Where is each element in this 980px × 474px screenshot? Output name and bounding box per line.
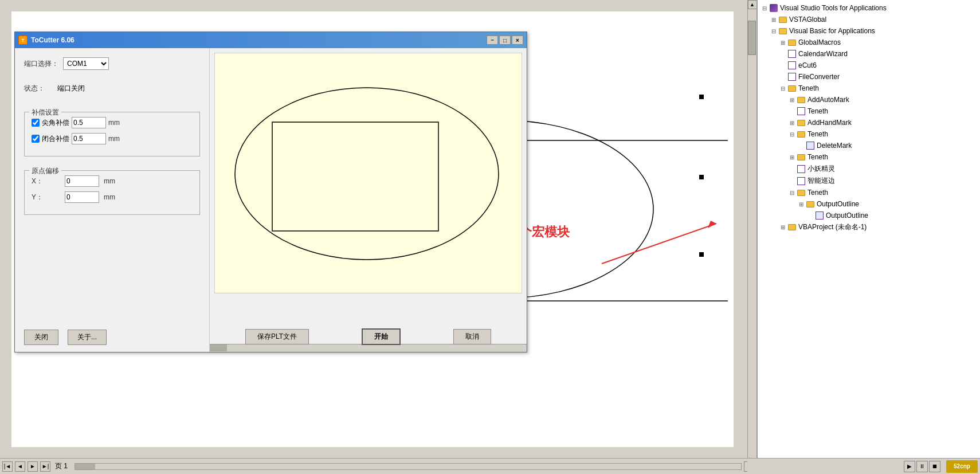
- expand-outputoutline-folder[interactable]: ⊞: [797, 201, 806, 207]
- preview-svg: [215, 53, 522, 293]
- tree-item-teneth-m2[interactable]: ⊞ Teneth: [758, 151, 980, 163]
- handle-mr[interactable]: [699, 175, 704, 179]
- label-calendarwizard: CalendarWizard: [798, 50, 848, 58]
- expand-deletemark: [797, 143, 806, 149]
- watermark: 52cnp: [946, 460, 978, 473]
- tree-item-xiaoyaojingling[interactable]: 小妖精灵: [758, 163, 980, 175]
- tree-item-calendarwizard[interactable]: CalendarWizard: [758, 48, 980, 60]
- label-teneth-m2: Teneth: [807, 153, 828, 161]
- dialog-titlebar: T ToCutter 6.06 － □ ×: [15, 32, 527, 48]
- origin-title: 原点偏移: [29, 166, 61, 176]
- scroll-thumb: [748, 21, 756, 55]
- tree-item-ecut6[interactable]: eCut6: [758, 60, 980, 71]
- status-row: 状态： 端口关闭: [24, 84, 200, 93]
- tree-item-teneth-module1[interactable]: Teneth: [758, 105, 980, 117]
- sharp-corner-row: 尖角补偿 mm: [32, 117, 193, 128]
- close-win-btn[interactable]: ×: [512, 36, 523, 45]
- expand-addhandmark[interactable]: ⊞: [787, 120, 797, 126]
- tree-item-outputoutline-sub[interactable]: OutputOutline: [758, 210, 980, 221]
- tree-item-outputoutline-folder[interactable]: ⊞ OutputOutline: [758, 198, 980, 210]
- tree-item-teneth-output-parent[interactable]: ⊟ Teneth: [758, 187, 980, 198]
- icon-teneth-m1: [797, 107, 806, 116]
- handle-tr[interactable]: [699, 95, 704, 99]
- x-row: X： mm: [32, 175, 193, 187]
- annotation-arrow: [602, 212, 745, 269]
- sharp-corner-checkbox[interactable]: [32, 119, 40, 127]
- x-input[interactable]: [65, 175, 99, 187]
- tree-item-vstaglobal[interactable]: ⊞ VSTAGlobal: [758, 14, 980, 25]
- tree-item-deletemark[interactable]: DeleteMark: [758, 140, 980, 151]
- pause-btn[interactable]: ⏸: [916, 461, 928, 472]
- minimize-btn[interactable]: －: [487, 36, 498, 45]
- tree-item-teneth-deletemark-parent[interactable]: ⊟ Teneth: [758, 128, 980, 140]
- start-btn[interactable]: 开始: [362, 328, 401, 345]
- tree-item-addautomark[interactable]: ⊞ AddAutoMark: [758, 94, 980, 105]
- label-ecut6: eCut6: [798, 61, 817, 69]
- cancel-btn[interactable]: 取消: [453, 329, 491, 344]
- expand-zhineng: [787, 178, 797, 184]
- expand-vbaproject[interactable]: ⊞: [778, 224, 787, 230]
- label-addautomark: AddAutoMark: [807, 96, 849, 104]
- horizontal-scrollbar[interactable]: [75, 463, 742, 470]
- about-btn[interactable]: 关于...: [68, 330, 107, 345]
- close-comp-input[interactable]: [72, 133, 106, 144]
- port-select[interactable]: COM1: [63, 57, 109, 70]
- status-bar: |◄ ◄ ► ►| 页 1 ►: [0, 458, 756, 474]
- tree-item-zhineng[interactable]: 智能巡边: [758, 175, 980, 187]
- expand-vba[interactable]: ⊟: [769, 28, 778, 34]
- tree-item-fileconverter[interactable]: FileConverter: [758, 71, 980, 83]
- icon-vba: [778, 26, 787, 36]
- nav-next-btn[interactable]: ►: [28, 461, 38, 472]
- expand-teneth-folder[interactable]: ⊟: [778, 85, 787, 92]
- nav-prev-btn[interactable]: ◄: [15, 461, 25, 472]
- tree-view: ⊟ Visual Studio Tools for Applications ⊞…: [758, 0, 980, 236]
- expand-ecut6: [778, 62, 787, 69]
- label-outputoutline-folder: OutputOutline: [817, 200, 859, 208]
- expand-calendarwizard: [778, 51, 787, 57]
- scroll-up-btn[interactable]: ▲: [748, 0, 757, 9]
- expand-vsta[interactable]: ⊟: [760, 5, 769, 11]
- close-btn[interactable]: 关闭: [24, 330, 58, 345]
- label-teneth-m1: Teneth: [807, 107, 828, 115]
- bottom-toolbar: ▶ ⏸ ⏹ 52cnp: [747, 458, 980, 474]
- y-label: Y：: [32, 193, 60, 202]
- label-outputoutline-sub: OutputOutline: [826, 211, 868, 220]
- tree-item-vba[interactable]: ⊟ Visual Basic for Applications: [758, 25, 980, 37]
- tree-item-vsta[interactable]: ⊟ Visual Studio Tools for Applications: [758, 2, 980, 14]
- icon-zhineng: [797, 177, 806, 186]
- icon-deletemark: [806, 141, 815, 150]
- expand-teneth-m2[interactable]: ⊞: [787, 154, 797, 160]
- compensation-title: 补偿设置: [29, 108, 61, 117]
- tree-item-globalmacros[interactable]: ⊞ GlobalMacros: [758, 37, 980, 48]
- port-row: 端口选择： COM1: [24, 57, 200, 70]
- dialog-window: T ToCutter 6.06 － □ × 端口选择： COM1 状态： 端口关…: [14, 32, 527, 352]
- y-input[interactable]: [65, 191, 99, 203]
- right-scrollbar[interactable]: ▲ ▼: [747, 0, 756, 474]
- maximize-btn[interactable]: □: [499, 36, 511, 45]
- icon-ecut6: [787, 61, 797, 70]
- preview-scrollbar[interactable]: [210, 344, 527, 352]
- tree-item-teneth-folder[interactable]: ⊟ Teneth: [758, 83, 980, 94]
- icon-calendarwizard: [787, 49, 797, 58]
- sharp-corner-unit: mm: [108, 119, 120, 127]
- nav-end-btn[interactable]: ►|: [40, 461, 50, 472]
- tree-item-addhandmark[interactable]: ⊞ AddHandMark: [758, 117, 980, 128]
- sharp-corner-input[interactable]: [72, 117, 106, 128]
- play-btn[interactable]: ▶: [904, 461, 915, 472]
- label-vsta: Visual Studio Tools for Applications: [780, 4, 887, 12]
- expand-vstaglobal[interactable]: ⊞: [769, 17, 778, 23]
- label-vstaglobal: VSTAGlobal: [789, 15, 826, 23]
- scroll-track[interactable]: [748, 9, 757, 465]
- expand-globalmacros[interactable]: ⊞: [778, 40, 787, 46]
- dialog-bottom-btns: 关闭 关于...: [15, 330, 210, 345]
- nav-start-btn[interactable]: |◄: [2, 461, 13, 472]
- icon-teneth-output-parent: [797, 188, 806, 197]
- tree-item-vbaproject[interactable]: ⊞ VBAProject (未命名-1): [758, 221, 980, 233]
- expand-teneth-dm-parent[interactable]: ⊟: [787, 131, 797, 138]
- expand-addautomark[interactable]: ⊞: [787, 97, 797, 103]
- save-plt-btn[interactable]: 保存PLT文件: [245, 329, 309, 344]
- stop-btn[interactable]: ⏹: [929, 461, 940, 472]
- label-zhineng: 智能巡边: [807, 176, 835, 186]
- close-comp-checkbox[interactable]: [32, 135, 40, 143]
- expand-teneth-output-parent[interactable]: ⊟: [787, 190, 797, 196]
